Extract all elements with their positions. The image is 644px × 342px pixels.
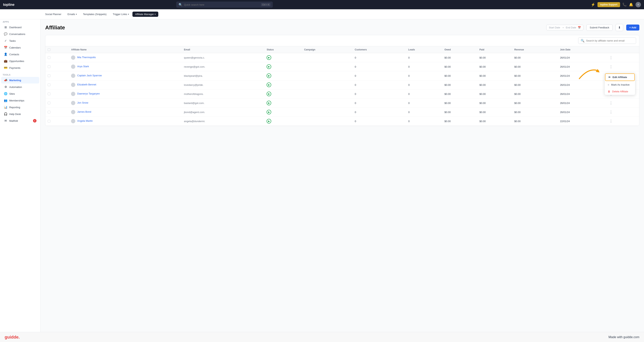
affiliate-avatar (71, 92, 75, 96)
row-checkbox[interactable] (48, 65, 50, 68)
affiliate-email: revenge@got.com. (182, 62, 264, 71)
sidebar-item-calendars[interactable]: 📅 Calendars (1, 44, 39, 51)
row-more-button[interactable]: ⋮ (608, 55, 614, 60)
select-all-checkbox[interactable] (48, 48, 50, 51)
revenue-cell: $0.00 (512, 99, 558, 108)
row-checkbox[interactable] (48, 84, 50, 86)
row-checkbox[interactable] (48, 74, 50, 77)
campaign-cell (302, 80, 352, 90)
table-row: Mia Thermopolis queen@genovia.c. ▶ 0 0 $… (45, 53, 639, 62)
sidebar-item-contacts[interactable]: 👤 Contacts (1, 51, 39, 58)
affiliate-name[interactable]: Angela Martin (77, 119, 93, 122)
affiliate-name[interactable]: Arya Stark (77, 65, 89, 68)
search-icon: 🔍 (178, 3, 182, 7)
context-menu-edit-affiliate[interactable]: ✏ Edit Affiliate (605, 73, 635, 81)
sidebar-item-dashboard[interactable]: ⊞ Dashboard (1, 24, 39, 31)
join-date-cell: 26/01/24 (558, 108, 606, 117)
sidebar-item-label: Contacts (9, 53, 19, 56)
leads-cell: 0 (406, 62, 442, 71)
owed-cell: $0.00 (442, 53, 477, 62)
delete-icon: 🗑 (608, 90, 610, 93)
col-leads: Leads (406, 46, 442, 53)
col-affiliate-name: Affiliate Name (69, 46, 182, 53)
sidebar-item-helpdesk[interactable]: 🎧 Help Desk (1, 111, 39, 117)
avatar[interactable]: A (636, 2, 641, 7)
lightning-icon[interactable]: ⚡ (591, 3, 595, 7)
sidebar-item-marketing[interactable]: 📣 Marketing (1, 77, 39, 84)
customers-cell: 0 (352, 71, 406, 80)
made-with-tagline: Made with guidde.com (608, 335, 639, 339)
revenue-cell: $0.00 (512, 90, 558, 99)
sidebar-item-sites[interactable]: 🌐 Sites (1, 90, 39, 97)
affiliate-name[interactable]: Jon Snow (77, 101, 88, 104)
sidebar-item-opportunities[interactable]: 💼 Opportunities (1, 58, 39, 64)
row-checkbox[interactable] (48, 102, 50, 104)
leads-cell: 0 (406, 80, 442, 90)
status-badge: ▶ (266, 64, 271, 69)
revenue-cell: $0.00 (512, 53, 558, 62)
row-more-button[interactable]: ⋮ (608, 64, 614, 69)
context-menu: ✏ Edit Affiliate ○ Mark As Inactive 🗑 De… (604, 73, 635, 95)
sidebar-item-label: Tasks (9, 40, 16, 42)
campaign-cell (302, 71, 352, 80)
subnav-templates[interactable]: Templates (Snippets) (80, 12, 109, 17)
join-date-cell: 22/01/24 (558, 117, 606, 126)
row-checkbox[interactable] (48, 93, 50, 95)
sidebar-item-conversations[interactable]: 💬 Conversations (1, 31, 39, 37)
table-search-input[interactable] (586, 39, 634, 42)
status-badge: ▶ (266, 110, 271, 114)
search-input[interactable] (184, 3, 260, 6)
calendars-icon: 📅 (4, 46, 7, 49)
paid-cell: $0.00 (477, 99, 512, 108)
sidebar-item-label: Memberships (9, 99, 24, 102)
col-actions (606, 46, 639, 53)
sidebar-item-automation[interactable]: ⚙ Automation (1, 84, 39, 90)
subnav-affiliate-manager[interactable]: Affiliate Manager ▾ (132, 12, 158, 17)
affiliate-name[interactable]: Captain Jack Sparrow (77, 74, 102, 77)
row-checkbox[interactable] (48, 120, 50, 123)
table-row: James Bond jbond@agent.com. ▶ 0 0 $0.00 … (45, 108, 639, 117)
paid-cell: $0.00 (477, 53, 512, 62)
affiliate-name[interactable]: Daenerys Targaryen (77, 92, 100, 95)
date-range-picker[interactable]: Start Date → End Date 📅 (546, 25, 584, 30)
add-button[interactable]: + Add (626, 25, 639, 31)
row-checkbox[interactable] (48, 56, 50, 59)
download-button[interactable]: ⬇ (616, 24, 623, 31)
leads-cell: 0 (406, 90, 442, 99)
contacts-icon: 👤 (4, 53, 7, 56)
search-bar[interactable]: 🔍 Ctrl + K (176, 2, 273, 8)
memberships-icon: 👥 (4, 99, 7, 102)
submit-feedback-button[interactable]: Submit Feedback (586, 24, 612, 31)
affiliate-avatar (71, 74, 75, 78)
context-menu-mark-inactive[interactable]: ○ Mark As Inactive (604, 81, 635, 88)
inactive-icon: ○ (608, 83, 609, 86)
sidebar-item-payments[interactable]: 💳 Payments (1, 65, 39, 71)
opportunities-icon: 💼 (4, 59, 7, 63)
affiliate-name[interactable]: Elizabeth Bennet (77, 83, 96, 86)
support-button[interactable]: topline Support (598, 2, 620, 7)
affiliate-name[interactable]: Mia Thermopolis (77, 56, 96, 59)
sidebar-item-label: Dashboard (9, 26, 22, 29)
row-more-button[interactable]: ⋮ (608, 119, 614, 124)
chevron-down-icon: ▾ (76, 13, 77, 15)
owed-cell: $0.00 (442, 108, 477, 117)
affiliate-email: blackpearl@pira. (182, 71, 264, 80)
revenue-cell: $0.00 (512, 80, 558, 90)
sidebar-item-memberships[interactable]: 👥 Memberships (1, 97, 39, 104)
context-menu-delete-affiliate[interactable]: 🗑 Delete Affiliate (604, 88, 635, 95)
affiliate-name[interactable]: James Bond (77, 110, 91, 113)
sidebar-item-tasks[interactable]: ✓ Tasks (1, 38, 39, 44)
sidebar-item-reporting[interactable]: 📊 Reporting (1, 104, 39, 111)
sidebar-item-mailfold[interactable]: ✉ Mailfold 6 (1, 118, 39, 124)
table-search[interactable]: 🔍 (578, 38, 636, 44)
customers-cell: 0 (352, 90, 406, 99)
subnav-social-planner[interactable]: Social Planner (42, 12, 64, 17)
row-more-button[interactable]: ⋮ (608, 101, 614, 106)
subnav-trigger-links[interactable]: Trigger Links ▾ (110, 12, 132, 17)
row-checkbox[interactable] (48, 111, 50, 113)
bell-icon[interactable]: 🔔 (629, 3, 633, 7)
row-more-button[interactable]: ⋮ (608, 110, 614, 115)
affiliate-email: angela@dundermi. (182, 117, 264, 126)
phone-icon[interactable]: 📞 (622, 3, 627, 7)
subnav-emails[interactable]: Emails ▾ (65, 12, 80, 17)
